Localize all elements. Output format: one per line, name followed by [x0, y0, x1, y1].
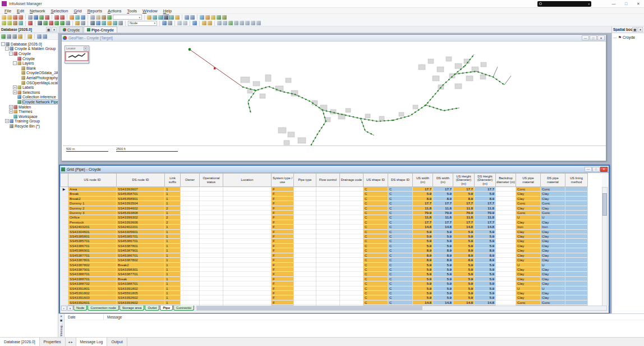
cell[interactable]: [340, 248, 364, 253]
cell[interactable]: [316, 267, 340, 271]
cell[interactable]: [200, 192, 223, 196]
cell[interactable]: F: [272, 196, 294, 201]
cell[interactable]: [223, 258, 272, 262]
cell[interactable]: 70.9: [433, 211, 453, 215]
cell[interactable]: [223, 239, 272, 243]
cell[interactable]: SS43393606: [117, 220, 165, 224]
cell[interactable]: [316, 229, 340, 234]
cell[interactable]: 5.9: [433, 267, 453, 271]
row-selector[interactable]: [61, 206, 68, 210]
pointer-icon[interactable]: [90, 21, 95, 25]
cell[interactable]: F: [272, 276, 294, 281]
cell[interactable]: [340, 300, 364, 304]
cell[interactable]: F: [272, 262, 294, 267]
snapshot-icon[interactable]: [234, 21, 238, 25]
overview-icon[interactable]: [222, 15, 227, 20]
cell[interactable]: [565, 239, 588, 243]
cell[interactable]: [181, 276, 200, 281]
maximize-button[interactable]: □: [592, 167, 600, 172]
layers-tool-icon[interactable]: [200, 15, 204, 20]
cell[interactable]: [496, 211, 516, 215]
cell[interactable]: [316, 253, 340, 257]
cell[interactable]: [340, 276, 364, 281]
copy-icon[interactable]: [96, 15, 100, 20]
cell[interactable]: [223, 229, 272, 234]
cell[interactable]: SS45386901: [68, 248, 117, 253]
cell[interactable]: [223, 290, 272, 295]
tree-view-icon[interactable]: [7, 34, 11, 39]
cell[interactable]: 5.9: [433, 229, 453, 234]
cell[interactable]: C: [388, 267, 413, 271]
cell[interactable]: 2: [165, 220, 181, 224]
cell[interactable]: Clay: [516, 295, 541, 300]
window-tile-icon[interactable]: [190, 15, 195, 20]
cell[interactable]: [200, 267, 223, 271]
cell[interactable]: U: [516, 262, 541, 267]
scrollbar-thumb[interactable]: [197, 306, 422, 310]
cell[interactable]: [181, 192, 200, 196]
cell[interactable]: 8.9: [433, 248, 453, 253]
cell[interactable]: C: [364, 258, 388, 262]
cell[interactable]: 5.9: [475, 229, 496, 234]
cell[interactable]: 8.9: [475, 258, 496, 262]
row-selector[interactable]: [61, 276, 68, 281]
cell[interactable]: 8.9: [453, 248, 475, 253]
cell[interactable]: [496, 220, 516, 224]
edit-geometry-icon[interactable]: [168, 21, 172, 25]
cell[interactable]: SS45385701: [117, 234, 165, 239]
scale-combo[interactable]: ▾: [113, 15, 142, 20]
cell[interactable]: [496, 234, 516, 239]
cell[interactable]: 1: [165, 276, 181, 281]
delete-icon[interactable]: [81, 21, 85, 25]
cell[interactable]: SS43391801: [68, 286, 117, 290]
cell[interactable]: [316, 248, 340, 253]
cell[interactable]: C: [364, 295, 388, 300]
cell[interactable]: 11.8: [433, 215, 453, 220]
tab-croyde-geoplan[interactable]: Croyde: [59, 26, 83, 33]
row-selector[interactable]: [61, 253, 68, 257]
cell[interactable]: Clay: [541, 253, 565, 257]
cell[interactable]: Clay: [541, 243, 565, 248]
cell[interactable]: [496, 243, 516, 248]
pin-icon[interactable]: ▣: [60, 318, 63, 322]
cell[interactable]: Conc: [541, 187, 565, 192]
cell[interactable]: [316, 290, 340, 295]
cell[interactable]: Clay: [541, 206, 565, 210]
sheet-tab-connectio[interactable]: Connectio: [173, 306, 194, 311]
cell[interactable]: 11.8: [453, 206, 475, 210]
cell[interactable]: SS45385801: [68, 234, 117, 239]
cell[interactable]: [223, 206, 272, 210]
tree-item-croydeosdata-ja[interactable]: CroydeOSdata_JA: [0, 71, 58, 76]
cell[interactable]: [181, 243, 200, 248]
cell[interactable]: [223, 211, 272, 215]
cell[interactable]: [316, 262, 340, 267]
cell[interactable]: 14.8: [453, 300, 475, 304]
cell[interactable]: 1: [165, 262, 181, 267]
cell[interactable]: Clay: [516, 192, 541, 196]
cell[interactable]: 70.9: [453, 211, 475, 215]
cell[interactable]: [565, 290, 588, 295]
cell[interactable]: 5.9: [453, 286, 475, 290]
row-selector[interactable]: [61, 239, 68, 243]
cell[interactable]: SS43304601: [68, 229, 117, 234]
restore-button[interactable]: □: [620, 1, 632, 7]
cell[interactable]: C: [364, 192, 388, 196]
cell[interactable]: SS43393602: [117, 300, 165, 304]
cell[interactable]: C: [364, 187, 388, 192]
close-icon[interactable]: ✕: [52, 27, 57, 32]
geoplan-title-bar[interactable]: GeoPlan - Croyde [Target] — □ ✕: [62, 35, 606, 42]
find-icon[interactable]: [202, 21, 206, 25]
cell[interactable]: [340, 229, 364, 234]
cell[interactable]: 14.8: [475, 225, 496, 229]
cell[interactable]: [223, 286, 272, 290]
cell[interactable]: Clay: [516, 220, 541, 224]
cell[interactable]: 5.9: [475, 239, 496, 243]
cell[interactable]: [565, 248, 588, 253]
cell[interactable]: SS43399302: [117, 215, 165, 220]
cell[interactable]: C: [364, 234, 388, 239]
cell[interactable]: [294, 229, 316, 234]
open-item-icon[interactable]: [37, 34, 42, 39]
cell[interactable]: [496, 290, 516, 295]
cell[interactable]: [223, 281, 272, 286]
cell[interactable]: 11.8: [433, 206, 453, 210]
